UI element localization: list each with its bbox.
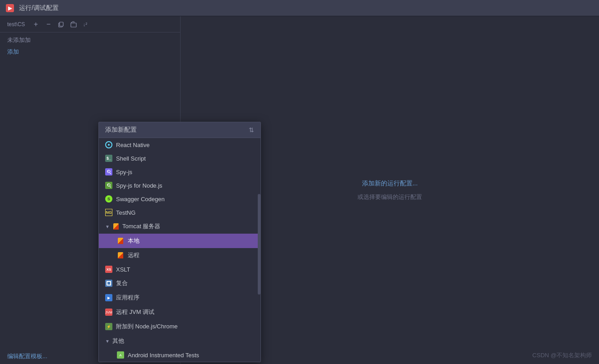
svg-line-8	[110, 173, 111, 174]
sort-btn[interactable]: ↓²	[81, 19, 92, 30]
dropdown-item-spy-js-node[interactable]: Spy-js for Node.js	[99, 179, 260, 192]
dropdown-title: 添加新配置	[105, 126, 137, 134]
compound-icon	[105, 280, 112, 287]
dropdown-item-android-instrumented[interactable]: A Android Instrumented Tests	[99, 348, 260, 362]
svg-line-11	[110, 187, 111, 188]
dropdown-item-xslt[interactable]: XS XSLT	[99, 263, 260, 276]
tomcat-local-label: 本地	[128, 237, 139, 245]
tomcat-chevron: ▼	[105, 224, 110, 229]
svg-text:↓²: ↓²	[83, 22, 88, 27]
svg-point-10	[108, 184, 109, 185]
dropdown-item-shell-script[interactable]: $_ Shell Script	[99, 152, 260, 165]
app-logo: ▶	[5, 4, 14, 13]
shell-icon: $_	[105, 155, 112, 162]
testng-icon: NG	[105, 209, 112, 216]
or-select-text: 或选择要编辑的运行配置	[358, 193, 422, 201]
scrollbar-thumb[interactable]	[258, 194, 260, 295]
dropdown-item-testng[interactable]: NG TestNG	[99, 206, 260, 219]
dropdown-item-remote-jvm[interactable]: JVM 远程 JVM 调试	[99, 305, 260, 319]
dropdown-group-tomcat[interactable]: ▼ Tomcat 服务器	[99, 219, 260, 234]
attach-node-label: 附加到 Node.js/Chrome	[116, 323, 178, 331]
add-new-run-config-link[interactable]: 添加新的运行配置...	[362, 180, 418, 188]
others-group-label: 其他	[112, 337, 124, 345]
dropdown-item-tomcat-local[interactable]: 本地	[99, 234, 260, 248]
application-icon: ▶	[105, 294, 112, 301]
breadcrumb: test\CS	[4, 19, 28, 29]
title-bar: ▶ 运行/调试配置	[0, 0, 599, 16]
main-layout: test\CS + − ↓²	[0, 16, 599, 364]
no-config-area: 未添加加 添加	[0, 32, 180, 60]
dropdown-item-tomcat-remote[interactable]: 远程	[99, 248, 260, 263]
svg-rect-3	[60, 22, 63, 26]
dropdown-item-application[interactable]: ▶ 应用程序	[99, 290, 260, 305]
svg-rect-4	[71, 23, 76, 27]
tomcat-group-label: Tomcat 服务器	[122, 222, 161, 230]
others-chevron: ▼	[105, 339, 110, 344]
dropdown-group-others[interactable]: ▼ 其他	[99, 334, 260, 348]
xslt-icon: XS	[105, 266, 112, 273]
tomcat-remote-label: 远程	[128, 251, 139, 259]
remote-jvm-label: 远程 JVM 调试	[116, 308, 154, 316]
dialog-title: 运行/调试配置	[19, 4, 59, 12]
android-icon: A	[117, 351, 124, 359]
move-config-btn[interactable]	[68, 19, 79, 30]
dropdown-item-react-native[interactable]: React Native	[99, 138, 260, 152]
swagger-label: Swagger Codegen	[116, 196, 165, 203]
attach-node-icon: ⚡	[105, 323, 112, 330]
spy-js-label: Spy-js	[116, 169, 132, 175]
scrollbar-track[interactable]	[258, 138, 260, 362]
dropdown-item-compound[interactable]: 复合	[99, 276, 260, 290]
copy-config-btn[interactable]	[56, 19, 66, 30]
add-config-dropdown: 添加新配置 ⇅ React Native $_ Shell Script Spy…	[98, 122, 261, 362]
shell-label: Shell Script	[116, 155, 146, 162]
dropdown-item-attach-node[interactable]: ⚡ 附加到 Node.js/Chrome	[99, 319, 260, 334]
remote-jvm-icon: JVM	[105, 309, 112, 316]
watermark: CSDN @不知名架构师	[532, 351, 592, 359]
compound-label: 复合	[116, 279, 128, 287]
add-config-btn[interactable]: +	[30, 19, 41, 30]
android-instrumented-label: Android Instrumented Tests	[128, 352, 199, 359]
spy-js-node-label: Spy-js for Node.js	[116, 182, 163, 189]
react-native-label: React Native	[116, 142, 149, 148]
remove-config-btn[interactable]: −	[43, 19, 54, 30]
toolbar: test\CS + − ↓²	[0, 16, 180, 32]
dropdown-item-spy-js[interactable]: Spy-js	[99, 165, 260, 179]
dropdown-header: 添加新配置 ⇅	[99, 122, 260, 138]
testng-label: TestNG	[116, 209, 135, 216]
dropdown-item-swagger[interactable]: S Swagger Codegen	[99, 192, 260, 206]
spy-js-icon	[105, 168, 112, 175]
svg-point-7	[108, 171, 109, 172]
tomcat-group-icon	[112, 223, 120, 230]
application-label: 应用程序	[116, 294, 139, 302]
react-native-icon	[105, 141, 112, 148]
spy-js-node-icon	[105, 182, 112, 189]
add-config-link[interactable]: 添加	[0, 48, 180, 60]
swagger-icon: S	[105, 195, 112, 203]
tomcat-remote-icon	[117, 252, 124, 259]
dropdown-list: React Native $_ Shell Script Spy-js	[99, 138, 260, 362]
no-config-text: 未添加加	[0, 32, 180, 48]
xslt-label: XSLT	[116, 266, 130, 273]
tomcat-local-icon	[117, 237, 124, 244]
dropdown-sort-icon[interactable]: ⇅	[249, 126, 254, 134]
